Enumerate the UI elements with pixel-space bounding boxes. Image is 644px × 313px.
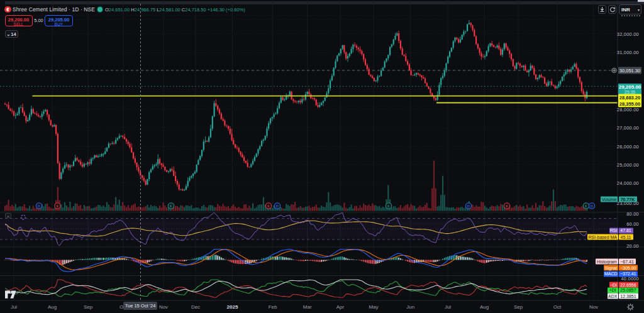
svg-text:E: E [170,204,172,208]
svg-text:D: D [591,204,594,208]
svg-text:E: E [56,204,58,208]
svg-text:D: D [38,204,41,208]
svg-text:E: E [267,204,270,208]
svg-text:E: E [585,204,587,208]
svg-text:E: E [506,204,508,208]
svg-text:D: D [276,204,279,208]
svg-text:E: E [387,204,390,208]
svg-text:D: D [467,204,470,208]
